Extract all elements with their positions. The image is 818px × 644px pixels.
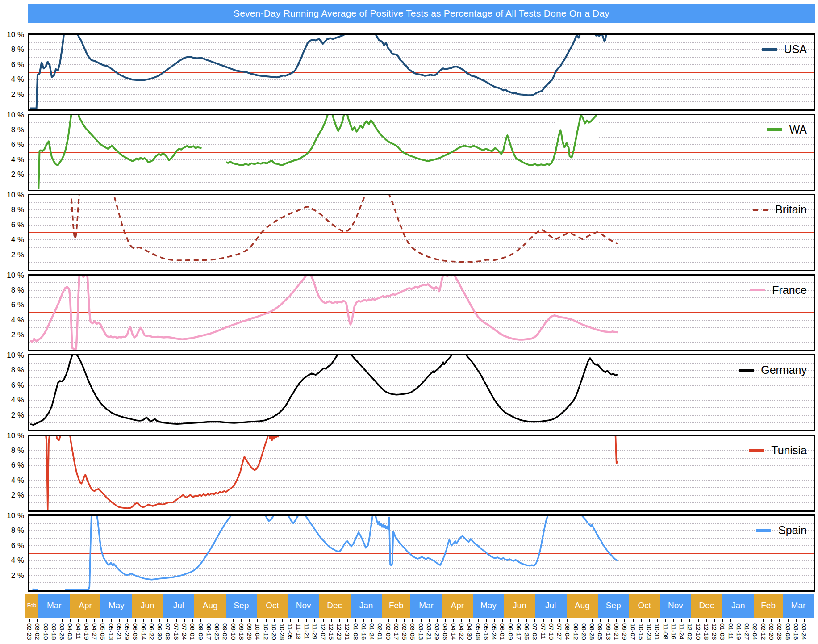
x-tick-label: 06-17	[515, 623, 522, 640]
x-tick-label: 03-26	[58, 623, 65, 640]
x-tick	[681, 619, 682, 622]
x-tick-label: 01-16	[360, 623, 367, 640]
legend-britain: Britain	[753, 203, 807, 216]
x-tick-label: 11-05	[287, 623, 293, 640]
x-tick-label: 01-11	[727, 623, 734, 640]
x-tick-label: 06-14	[140, 623, 147, 640]
legend-line-sample	[753, 209, 768, 211]
x-tick	[779, 619, 780, 622]
panel-france: France	[28, 274, 815, 351]
x-tick	[624, 619, 625, 622]
series-line-tunisia	[29, 436, 814, 510]
x-tick	[494, 619, 495, 622]
x-tick	[608, 619, 609, 622]
y-tick-label: 2 %	[1, 571, 24, 580]
x-tick-label: 01-03	[719, 623, 726, 640]
x-tick-label: 12-10	[695, 623, 701, 640]
x-tick-label: 05-13	[108, 623, 114, 640]
x-tick-label: 12-15	[328, 623, 334, 640]
x-tick-label: 04-11	[75, 623, 82, 640]
x-tick	[355, 619, 356, 622]
month-label: Jul	[163, 594, 195, 618]
x-tick-label: 02-01	[376, 623, 383, 640]
x-tick	[551, 619, 552, 622]
x-tick-label: 03-10	[42, 623, 49, 640]
x-tick	[86, 619, 87, 622]
x-tick	[543, 619, 544, 622]
x-tick-label: 07-27	[556, 623, 563, 640]
month-label: Aug	[194, 594, 226, 618]
y-tick-label: 8 %	[1, 45, 24, 54]
x-tick	[290, 619, 291, 622]
panel-usa: USA	[28, 33, 815, 111]
legend-line-sample	[749, 449, 764, 452]
x-tick-label: 05-21	[116, 623, 122, 640]
x-tick	[453, 619, 454, 622]
x-tick-label: 09-10	[230, 623, 237, 640]
x-tick-label: 10-31	[654, 623, 660, 640]
month-label: Oct	[257, 594, 288, 618]
y-tick-label: 10 %	[1, 511, 24, 520]
x-tick-label: 07-08	[164, 623, 171, 640]
series-line-usa	[29, 35, 814, 109]
legend-line-sample	[739, 369, 754, 372]
month-label: May	[100, 594, 132, 618]
x-tick-label: 01-27	[743, 623, 750, 640]
x-tick	[722, 619, 723, 622]
legend-line-sample	[756, 529, 771, 532]
legend-germany: Germany	[739, 364, 807, 376]
x-tick-label: 11-29	[311, 623, 318, 640]
x-tick-label: 05-05	[99, 623, 106, 640]
x-tick-label: 03-16	[793, 623, 799, 640]
month-label: Feb	[25, 594, 38, 618]
x-tick-label: 11-13	[295, 623, 302, 640]
x-tick-label: 05-24	[491, 623, 497, 640]
y-tick-label: 8 %	[1, 446, 24, 455]
x-tick-label: 03-13	[417, 623, 424, 640]
x-tick	[143, 619, 144, 622]
x-tick	[331, 619, 332, 622]
x-tick-label: 06-25	[523, 623, 530, 640]
x-tick-label: 12-23	[336, 623, 342, 640]
x-tick-label: 04-30	[466, 623, 473, 640]
legend-line-sample	[762, 48, 777, 51]
y-tick-label: 4 %	[1, 235, 24, 244]
month-label: Mar	[783, 594, 814, 618]
month-label: Feb	[754, 594, 783, 618]
x-tick-label: 06-06	[132, 623, 138, 640]
x-tick	[437, 619, 438, 622]
chart-title: Seven-Day Running Average of Positive Te…	[234, 8, 609, 19]
y-tick-label: 8 %	[1, 366, 24, 375]
x-tick	[714, 619, 715, 622]
month-label: Jan	[351, 594, 382, 618]
x-tick	[217, 619, 217, 622]
x-tick-label: 09-18	[238, 623, 245, 640]
x-tick	[249, 619, 250, 622]
x-tick-label: 04-06	[442, 623, 448, 640]
panel-tunisia: Tunisia	[28, 435, 815, 512]
x-tick	[730, 619, 731, 622]
y-tick-label: 4 %	[1, 316, 24, 325]
x-tick-label: 06-30	[156, 623, 163, 640]
x-tick-label: 11-21	[303, 623, 310, 640]
x-tick-label: 02-23	[26, 623, 33, 640]
y-tick-label: 10 %	[1, 351, 24, 360]
x-tick	[266, 619, 267, 622]
legend-label: Germany	[761, 364, 807, 376]
y-tick-label: 2 %	[1, 491, 24, 500]
x-tick	[347, 619, 348, 622]
x-tick-label: 12-26	[711, 623, 718, 640]
x-tick	[526, 619, 527, 622]
x-tick	[282, 619, 283, 622]
month-label: Mar	[38, 594, 70, 618]
legend-label: France	[772, 284, 807, 297]
x-tick-label: 03-24	[801, 623, 807, 640]
x-tick-label: 07-24	[181, 623, 188, 640]
y-tick-label: 2 %	[1, 330, 24, 339]
legend-france: France	[750, 284, 807, 297]
x-tick	[584, 619, 584, 622]
x-tick	[78, 619, 79, 622]
x-tick	[486, 619, 487, 622]
x-tick-label: 12-07	[320, 623, 326, 640]
month-label: Nov	[288, 594, 318, 618]
